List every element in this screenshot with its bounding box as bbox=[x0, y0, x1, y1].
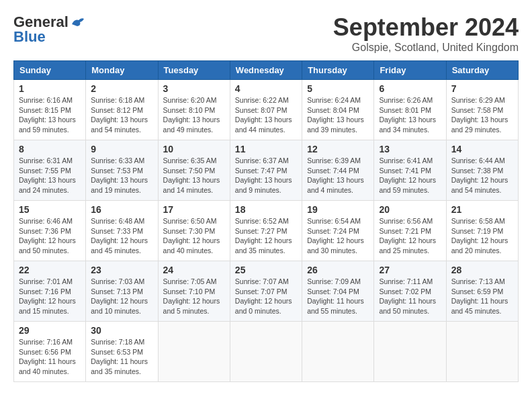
calendar-cell: 11Sunrise: 6:37 AM Sunset: 7:47 PM Dayli… bbox=[230, 140, 302, 201]
day-info: Sunrise: 6:22 AM Sunset: 8:07 PM Dayligh… bbox=[235, 95, 297, 135]
calendar-cell: 17Sunrise: 6:50 AM Sunset: 7:30 PM Dayli… bbox=[158, 201, 230, 261]
calendar-cell bbox=[230, 322, 302, 382]
day-info: Sunrise: 7:05 AM Sunset: 7:10 PM Dayligh… bbox=[163, 277, 225, 316]
calendar-cell: 9Sunrise: 6:33 AM Sunset: 7:53 PM Daylig… bbox=[86, 140, 158, 201]
day-number: 25 bbox=[235, 265, 297, 275]
day-info: Sunrise: 7:03 AM Sunset: 7:13 PM Dayligh… bbox=[91, 277, 152, 316]
day-info: Sunrise: 7:01 AM Sunset: 7:16 PM Dayligh… bbox=[19, 277, 81, 316]
calendar-cell: 3Sunrise: 6:20 AM Sunset: 8:10 PM Daylig… bbox=[158, 80, 230, 140]
day-info: Sunrise: 6:54 AM Sunset: 7:24 PM Dayligh… bbox=[307, 216, 369, 256]
day-info: Sunrise: 6:26 AM Sunset: 8:01 PM Dayligh… bbox=[379, 95, 441, 135]
day-number: 29 bbox=[19, 325, 81, 336]
month-title: September 2024 bbox=[333, 13, 519, 42]
column-header-saturday: Saturday bbox=[446, 61, 518, 80]
calendar-cell: 27Sunrise: 7:11 AM Sunset: 7:02 PM Dayli… bbox=[374, 261, 446, 322]
calendar-week-row: 22Sunrise: 7:01 AM Sunset: 7:16 PM Dayli… bbox=[14, 261, 519, 322]
day-number: 18 bbox=[235, 204, 297, 215]
day-number: 28 bbox=[451, 265, 513, 275]
day-info: Sunrise: 6:20 AM Sunset: 8:10 PM Dayligh… bbox=[163, 95, 225, 135]
calendar-week-row: 29Sunrise: 7:16 AM Sunset: 6:56 PM Dayli… bbox=[14, 322, 519, 382]
calendar-cell: 16Sunrise: 6:48 AM Sunset: 7:33 PM Dayli… bbox=[86, 201, 158, 261]
calendar-cell: 10Sunrise: 6:35 AM Sunset: 7:50 PM Dayli… bbox=[158, 140, 230, 201]
day-info: Sunrise: 6:33 AM Sunset: 7:53 PM Dayligh… bbox=[91, 156, 152, 195]
day-number: 13 bbox=[379, 144, 441, 154]
day-info: Sunrise: 6:52 AM Sunset: 7:27 PM Dayligh… bbox=[235, 216, 297, 256]
calendar-week-row: 1Sunrise: 6:16 AM Sunset: 8:15 PM Daylig… bbox=[14, 80, 519, 140]
day-number: 10 bbox=[163, 144, 225, 154]
column-header-thursday: Thursday bbox=[302, 61, 374, 80]
calendar-cell: 21Sunrise: 6:58 AM Sunset: 7:19 PM Dayli… bbox=[446, 201, 518, 261]
calendar-cell bbox=[158, 322, 230, 382]
day-info: Sunrise: 6:18 AM Sunset: 8:12 PM Dayligh… bbox=[91, 95, 152, 135]
day-number: 15 bbox=[19, 204, 81, 215]
day-info: Sunrise: 6:58 AM Sunset: 7:19 PM Dayligh… bbox=[451, 216, 513, 256]
column-header-friday: Friday bbox=[374, 61, 446, 80]
calendar-cell: 18Sunrise: 6:52 AM Sunset: 7:27 PM Dayli… bbox=[230, 201, 302, 261]
calendar-week-row: 15Sunrise: 6:46 AM Sunset: 7:36 PM Dayli… bbox=[14, 201, 519, 261]
day-number: 22 bbox=[19, 265, 81, 275]
column-header-wednesday: Wednesday bbox=[230, 61, 302, 80]
calendar-cell: 13Sunrise: 6:41 AM Sunset: 7:41 PM Dayli… bbox=[374, 140, 446, 201]
day-number: 24 bbox=[163, 265, 225, 275]
day-info: Sunrise: 6:31 AM Sunset: 7:55 PM Dayligh… bbox=[19, 156, 81, 195]
day-info: Sunrise: 6:37 AM Sunset: 7:47 PM Dayligh… bbox=[235, 156, 297, 195]
calendar-cell bbox=[446, 322, 518, 382]
calendar-cell: 7Sunrise: 6:29 AM Sunset: 7:58 PM Daylig… bbox=[446, 80, 518, 140]
day-number: 20 bbox=[379, 204, 441, 215]
day-number: 19 bbox=[307, 204, 369, 215]
location-subtitle: Golspie, Scotland, United Kingdom bbox=[333, 42, 519, 54]
day-number: 27 bbox=[379, 265, 441, 275]
calendar-cell: 6Sunrise: 6:26 AM Sunset: 8:01 PM Daylig… bbox=[374, 80, 446, 140]
day-info: Sunrise: 6:56 AM Sunset: 7:21 PM Dayligh… bbox=[379, 216, 441, 256]
calendar-cell bbox=[374, 322, 446, 382]
logo: General Blue bbox=[13, 13, 85, 46]
day-info: Sunrise: 6:39 AM Sunset: 7:44 PM Dayligh… bbox=[307, 156, 369, 195]
page-header: General Blue September 2024 Golspie, Sco… bbox=[13, 13, 519, 54]
day-number: 16 bbox=[91, 204, 152, 215]
day-number: 3 bbox=[163, 83, 225, 94]
day-info: Sunrise: 6:44 AM Sunset: 7:38 PM Dayligh… bbox=[451, 156, 513, 195]
day-number: 26 bbox=[307, 265, 369, 275]
day-info: Sunrise: 6:35 AM Sunset: 7:50 PM Dayligh… bbox=[163, 156, 225, 195]
day-info: Sunrise: 6:24 AM Sunset: 8:04 PM Dayligh… bbox=[307, 95, 369, 135]
day-number: 11 bbox=[235, 144, 297, 154]
day-info: Sunrise: 7:16 AM Sunset: 6:56 PM Dayligh… bbox=[19, 337, 81, 377]
calendar-cell: 22Sunrise: 7:01 AM Sunset: 7:16 PM Dayli… bbox=[14, 261, 86, 322]
calendar-cell: 5Sunrise: 6:24 AM Sunset: 8:04 PM Daylig… bbox=[302, 80, 374, 140]
day-info: Sunrise: 7:11 AM Sunset: 7:02 PM Dayligh… bbox=[379, 277, 441, 316]
day-number: 7 bbox=[451, 83, 513, 94]
day-info: Sunrise: 6:16 AM Sunset: 8:15 PM Dayligh… bbox=[19, 95, 81, 135]
calendar-cell: 19Sunrise: 6:54 AM Sunset: 7:24 PM Dayli… bbox=[302, 201, 374, 261]
day-number: 17 bbox=[163, 204, 225, 215]
column-header-sunday: Sunday bbox=[14, 61, 86, 80]
calendar-table: SundayMondayTuesdayWednesdayThursdayFrid… bbox=[13, 60, 519, 382]
calendar-cell: 8Sunrise: 6:31 AM Sunset: 7:55 PM Daylig… bbox=[14, 140, 86, 201]
calendar-cell: 28Sunrise: 7:13 AM Sunset: 6:59 PM Dayli… bbox=[446, 261, 518, 322]
logo-blue-text: Blue bbox=[13, 28, 46, 46]
calendar-cell: 4Sunrise: 6:22 AM Sunset: 8:07 PM Daylig… bbox=[230, 80, 302, 140]
day-number: 8 bbox=[19, 144, 81, 154]
day-number: 9 bbox=[91, 144, 152, 154]
calendar-cell: 30Sunrise: 7:18 AM Sunset: 6:53 PM Dayli… bbox=[86, 322, 158, 382]
column-header-tuesday: Tuesday bbox=[158, 61, 230, 80]
day-info: Sunrise: 6:29 AM Sunset: 7:58 PM Dayligh… bbox=[451, 95, 513, 135]
day-number: 14 bbox=[451, 144, 513, 154]
calendar-header-row: SundayMondayTuesdayWednesdayThursdayFrid… bbox=[14, 61, 519, 80]
title-block: September 2024 Golspie, Scotland, United… bbox=[333, 13, 519, 54]
logo-bird-icon bbox=[71, 16, 85, 28]
calendar-week-row: 8Sunrise: 6:31 AM Sunset: 7:55 PM Daylig… bbox=[14, 140, 519, 201]
day-info: Sunrise: 6:48 AM Sunset: 7:33 PM Dayligh… bbox=[91, 216, 152, 256]
day-number: 23 bbox=[91, 265, 152, 275]
calendar-cell: 26Sunrise: 7:09 AM Sunset: 7:04 PM Dayli… bbox=[302, 261, 374, 322]
day-number: 5 bbox=[307, 83, 369, 94]
day-info: Sunrise: 7:07 AM Sunset: 7:07 PM Dayligh… bbox=[235, 277, 297, 316]
day-number: 4 bbox=[235, 83, 297, 94]
calendar-cell: 25Sunrise: 7:07 AM Sunset: 7:07 PM Dayli… bbox=[230, 261, 302, 322]
day-number: 30 bbox=[91, 325, 152, 336]
calendar-cell: 23Sunrise: 7:03 AM Sunset: 7:13 PM Dayli… bbox=[86, 261, 158, 322]
day-number: 6 bbox=[379, 83, 441, 94]
calendar-cell: 1Sunrise: 6:16 AM Sunset: 8:15 PM Daylig… bbox=[14, 80, 86, 140]
day-number: 12 bbox=[307, 144, 369, 154]
day-info: Sunrise: 6:41 AM Sunset: 7:41 PM Dayligh… bbox=[379, 156, 441, 195]
day-info: Sunrise: 6:46 AM Sunset: 7:36 PM Dayligh… bbox=[19, 216, 81, 256]
